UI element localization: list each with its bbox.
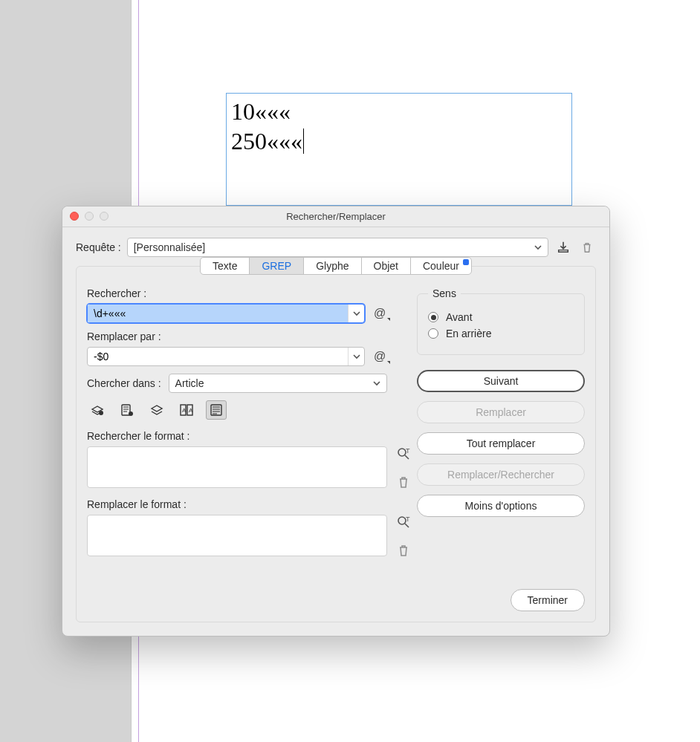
locked-stories-icon[interactable] [117, 400, 137, 420]
text-caret [303, 128, 304, 154]
done-button[interactable]: Terminer [511, 589, 585, 611]
tabs-container: Texte GREP Glyphe Objet Couleur Recherch… [76, 266, 596, 622]
query-value: [Personnalisée] [134, 241, 206, 253]
minimize-window-button[interactable] [85, 212, 94, 221]
text-line-1: 10««« [231, 97, 567, 126]
save-query-button[interactable] [554, 238, 572, 256]
find-format-box[interactable] [87, 446, 387, 488]
find-input-wrap [87, 304, 365, 323]
text-line-2: 250««« [231, 126, 567, 156]
grep-replace-special-button[interactable]: @ [372, 350, 387, 363]
svg-text:T: T [406, 515, 410, 523]
svg-point-0 [99, 411, 103, 415]
chevron-down-icon [373, 380, 380, 387]
tab-objet[interactable]: Objet [362, 258, 411, 274]
find-input[interactable] [88, 305, 348, 322]
master-pages-icon[interactable]: AA [176, 400, 197, 420]
replace-find-button[interactable]: Remplacer/Rechercher [417, 463, 585, 486]
svg-text:A: A [182, 407, 187, 414]
search-scope-toolbar: AA [87, 400, 387, 420]
specify-find-format-button[interactable]: T [396, 446, 411, 461]
svg-point-10 [398, 517, 406, 524]
svg-text:A: A [189, 407, 193, 414]
search-in-value: Article [175, 377, 204, 389]
chevron-down-icon [534, 244, 542, 251]
tab-grep[interactable]: GREP [250, 258, 304, 274]
direction-forward-row[interactable]: Avant [428, 311, 574, 323]
svg-point-8 [398, 449, 406, 456]
direction-backward-row[interactable]: En arrière [428, 328, 574, 339]
replace-label: Remplacer par : [87, 331, 387, 342]
tabs: Texte GREP Glyphe Objet Couleur [200, 257, 472, 275]
query-dropdown[interactable]: [Personnalisée] [127, 238, 548, 257]
delete-query-button[interactable] [578, 238, 596, 256]
tab-glyphe[interactable]: Glyphe [304, 258, 361, 274]
replace-button[interactable]: Remplacer [417, 401, 585, 423]
query-label: Requête : [76, 241, 121, 253]
find-replace-dialog: Rechercher/Remplacer Requête : [Personna… [62, 206, 610, 637]
replace-input-wrap [87, 347, 365, 366]
direction-fieldset: Sens Avant En arrière [417, 287, 585, 355]
zoom-window-button[interactable] [100, 212, 108, 221]
replace-all-button[interactable]: Tout remplacer [417, 432, 585, 455]
tab-couleur[interactable]: Couleur [411, 258, 471, 274]
hidden-layers-icon[interactable] [146, 400, 167, 420]
find-next-button[interactable]: Suivant [417, 370, 585, 392]
radio-backward[interactable] [428, 328, 438, 339]
replace-history-toggle[interactable] [348, 348, 364, 365]
find-label: Rechercher : [87, 287, 387, 299]
footnotes-icon[interactable] [206, 400, 227, 420]
radio-backward-label: En arrière [446, 328, 491, 339]
dialog-title: Rechercher/Remplacer [62, 211, 609, 222]
replace-input[interactable] [88, 348, 348, 365]
dialog-titlebar[interactable]: Rechercher/Remplacer [62, 206, 609, 227]
radio-forward[interactable] [428, 312, 438, 322]
replace-format-label: Remplacer le format : [87, 498, 387, 510]
grep-special-chars-button[interactable]: @ [372, 307, 387, 320]
tab-texte[interactable]: Texte [201, 258, 250, 274]
fewer-options-button[interactable]: Moins d'options [417, 495, 585, 517]
clear-replace-format-button[interactable] [396, 543, 411, 558]
svg-text:T: T [406, 447, 410, 455]
find-history-toggle[interactable] [348, 305, 364, 322]
search-in-select[interactable]: Article [169, 374, 387, 393]
tab-badge [463, 259, 469, 265]
find-format-label: Rechercher le format : [87, 430, 387, 442]
replace-format-box[interactable] [87, 515, 387, 556]
specify-replace-format-button[interactable]: T [396, 515, 411, 530]
radio-forward-label: Avant [446, 311, 473, 323]
text-frame[interactable]: 10««« 250««« [226, 93, 572, 206]
direction-legend: Sens [428, 287, 461, 299]
close-window-button[interactable] [70, 212, 79, 221]
search-in-label: Chercher dans : [87, 377, 161, 389]
clear-find-format-button[interactable] [396, 475, 411, 489]
window-controls [70, 212, 108, 221]
locked-layers-icon[interactable] [87, 400, 108, 420]
svg-point-2 [129, 411, 133, 416]
